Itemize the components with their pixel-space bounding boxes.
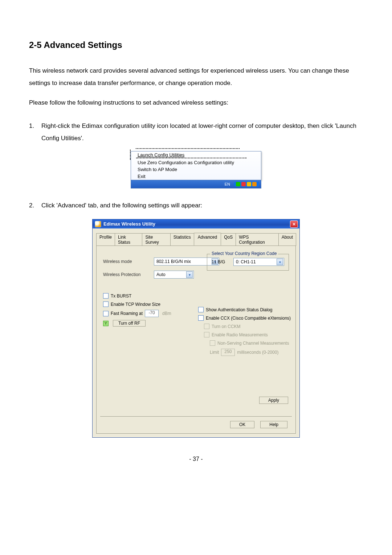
turn-off-rf-row: Y Turn off RF	[103, 320, 194, 327]
wireless-mode-value: 802.11 B/G/N mix	[156, 259, 191, 264]
apply-button[interactable]: Apply	[259, 397, 288, 404]
step-1-text: Right-click the Edimax configuration uti…	[41, 120, 363, 145]
tab-link-status[interactable]: Link Status	[115, 233, 142, 246]
fast-roaming-label: Fast Roaming at	[111, 311, 143, 316]
intro-paragraph-2: Please follow the following instructions…	[29, 97, 363, 109]
enable-ccx-label: Enable CCX (Cisco Compatible eXtensions)	[206, 316, 291, 321]
checkbox-icon[interactable]	[103, 293, 109, 299]
region-code-select[interactable]: 0: CH1-11 ▾	[233, 258, 284, 266]
tx-burst-row[interactable]: Tx BURST	[103, 293, 194, 299]
ctxmenu-item-apmode[interactable]: Switch to AP Mode	[131, 166, 261, 173]
fast-roaming-input[interactable]: -70	[145, 310, 159, 317]
checkbox-icon[interactable]	[198, 315, 204, 321]
context-menu[interactable]: Launch Config Utilities Use Zero Configu…	[131, 151, 261, 180]
tray-icon[interactable]	[236, 182, 240, 186]
tx-burst-label: Tx BURST	[111, 293, 131, 299]
help-button[interactable]: Help	[260, 421, 287, 428]
limit-unit: milliseconds (0-2000)	[237, 350, 278, 355]
context-menu-figure: Launch Config Utilities Use Zero Configu…	[131, 148, 261, 189]
checkbox-icon[interactable]	[103, 311, 109, 316]
tab-about[interactable]: About	[278, 233, 296, 246]
language-indicator[interactable]: EN	[223, 182, 232, 186]
tab-site-survey[interactable]: Site Survey	[142, 233, 170, 246]
wireless-protection-select[interactable]: Auto ▾	[154, 271, 194, 279]
close-button[interactable]: ×	[290, 220, 298, 228]
non-serving-label: Non-Serving Channel Measurements	[217, 341, 289, 346]
enable-ccx-row[interactable]: Enable CCX (Cisco Compatible eXtensions)	[198, 315, 296, 321]
section-title: 2-5 Advanced Settings	[29, 40, 363, 50]
enable-radio-row: Enable Radio Measurements	[204, 332, 296, 337]
step-2-text: Click 'Advanced' tab, and the following …	[41, 199, 202, 212]
page-number: - 37 -	[29, 456, 363, 462]
antenna-icon: Y	[103, 321, 109, 326]
show-auth-row[interactable]: Show Authentication Status Dialog	[198, 307, 296, 312]
app-icon	[95, 221, 101, 227]
tab-statistics[interactable]: Statistics	[170, 233, 194, 246]
taskbar: EN	[131, 180, 261, 189]
enable-radio-label: Enable Radio Measurements	[212, 332, 268, 337]
advanced-panel: Wireless mode 802.11 B/G/N mix ▾ Wireles…	[96, 246, 296, 434]
region-code-fieldset: Select Your Country Region Code 11 B/G 0…	[207, 254, 289, 271]
region-code-value: 0: CH1-11	[236, 259, 256, 264]
ctxmenu-item-zeroconf[interactable]: Use Zero Configuration as Configuration …	[131, 159, 261, 166]
tray-icon[interactable]	[252, 182, 257, 186]
turn-on-cckm-label: Turn on CCKM	[212, 324, 241, 329]
fast-roaming-unit: dBm	[162, 311, 171, 316]
step-1-number: 1.	[29, 120, 36, 145]
tab-advanced[interactable]: Advanced	[194, 233, 221, 246]
ctxmenu-item-exit[interactable]: Exit	[131, 173, 261, 180]
tab-wps[interactable]: WPS Configuration	[236, 233, 278, 246]
tray-icon[interactable]	[241, 182, 246, 186]
show-auth-label: Show Authentication Status Dialog	[206, 307, 272, 312]
non-serving-row: Non-Serving Channel Measurements	[210, 340, 296, 346]
callout-dots-side	[130, 150, 131, 160]
callout-dots-top	[136, 148, 240, 149]
intro-paragraph-1: This wireless network card provides seve…	[29, 65, 363, 89]
tray-icon[interactable]	[247, 182, 251, 186]
checkbox-icon	[210, 340, 215, 346]
limit-input: 250	[221, 349, 235, 356]
turn-off-rf-button[interactable]: Turn off RF	[113, 320, 146, 327]
step-1: 1. Right-click the Edimax configuration …	[29, 120, 363, 145]
region-line-label: 11 B/G	[212, 259, 230, 264]
tabs-row: Profile Link Status Site Survey Statisti…	[96, 233, 296, 246]
titlebar: Edimax Wireless Utility ×	[93, 219, 299, 228]
chevron-down-icon[interactable]: ▾	[186, 271, 193, 278]
turn-on-cckm-row: Turn on CCKM	[204, 324, 296, 329]
wireless-protection-value: Auto	[156, 272, 166, 277]
checkbox-icon[interactable]	[103, 301, 109, 307]
chevron-down-icon[interactable]: ▾	[277, 259, 283, 265]
checkbox-icon	[204, 332, 209, 337]
wireless-protection-label: Wireless Protection	[103, 272, 154, 277]
system-tray[interactable]	[234, 182, 259, 187]
tcp-window-label: Enable TCP Window Size	[111, 302, 160, 307]
limit-label: Limit	[210, 350, 219, 355]
wireless-mode-label: Wireless mode	[103, 259, 154, 264]
checkbox-icon[interactable]	[198, 307, 204, 312]
fast-roaming-row[interactable]: Fast Roaming at -70 dBm	[103, 310, 194, 317]
checkbox-icon	[204, 324, 209, 329]
tcp-window-row[interactable]: Enable TCP Window Size	[103, 301, 194, 307]
config-dialog: Edimax Wireless Utility × Profile Link S…	[92, 219, 300, 438]
tab-profile[interactable]: Profile	[96, 233, 115, 246]
region-code-legend: Select Your Country Region Code	[210, 251, 278, 256]
callout-dots-under	[136, 158, 246, 158]
ok-button[interactable]: OK	[230, 421, 254, 428]
step-2-number: 2.	[29, 199, 36, 212]
window-title: Edimax Wireless Utility	[103, 221, 155, 227]
step-2: 2. Click 'Advanced' tab, and the followi…	[29, 199, 363, 212]
limit-row: Limit 250 milliseconds (0-2000)	[210, 349, 296, 356]
tab-qos[interactable]: QoS	[221, 233, 236, 246]
